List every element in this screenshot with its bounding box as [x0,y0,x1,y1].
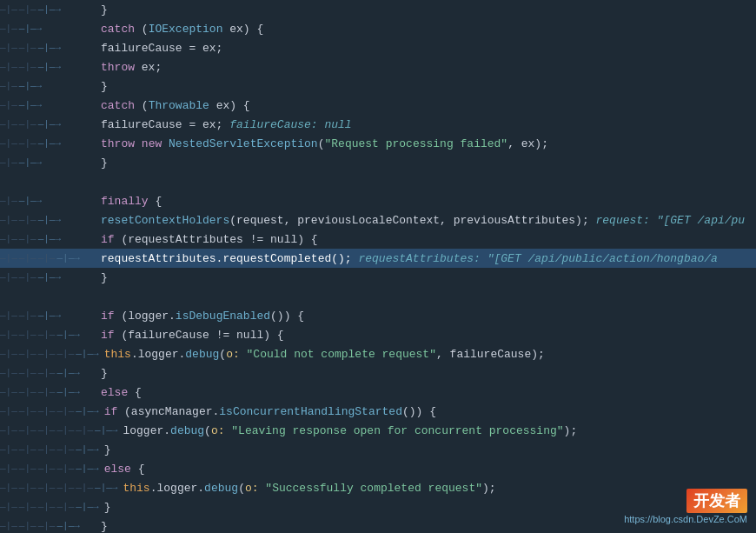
gutter-pipe: —|— [0,23,17,34]
token-kw: finally [101,195,149,208]
gutter-arrow: —|—→ [19,100,42,110]
gutter-pipe: —|— [0,119,17,130]
gutter-arrow: —|—→ [19,81,42,91]
token-var: ()) { [270,310,304,323]
gutter-arrow: —|—→ [38,272,61,283]
code-content: } [103,443,756,456]
gutter: —|——|——|——|——|—→ [0,444,103,455]
code-line: —|——|——|——|—→if (failureCause != null) { [0,325,756,344]
token-var [162,137,169,150]
token-comment-special: failureCause: null [222,118,351,131]
gutter-marks: —|——|—→ [0,81,96,91]
gutter: —|——|——|—→ [0,272,99,283]
gutter: —|——|——|—→ [0,62,99,72]
token-fn: debug [185,348,219,361]
token-str: "Request processing failed" [325,137,508,150]
gutter-pipe: —|— [19,330,36,340]
gutter: —|——|——|——|——|—→ [0,406,103,416]
code-line: —|——|——|—→} [0,0,756,19]
code-content: } [99,80,756,93]
code-line: —|——|——|——|—→else { [0,383,756,402]
gutter-pipe: —|— [0,43,17,53]
code-content: else { [103,463,756,476]
code-line: —|——|——|—→} [0,268,756,287]
code-container: —|——|——|—→}—|——|—→catch (IOException ex)… [0,0,756,533]
token-kw: catch [101,99,135,112]
gutter: —|——|—→ [0,196,99,206]
gutter-pipe: —|— [0,196,17,206]
code-line [0,172,756,191]
token-var: (failureCause != null) { [115,329,284,342]
gutter-pipe: —|— [19,483,36,493]
code-content: logger.debug(o: "Leaving response open f… [121,424,756,437]
gutter-pipe: —|— [19,272,36,283]
gutter-pipe: —|— [56,483,74,493]
gutter-arrow: —|—→ [38,43,61,53]
token-punct: (request, previousLocaleContext, previou… [229,214,588,227]
gutter-arrow: —|—→ [19,23,42,34]
watermark-bottom: https://blog.csdn.DevZe.CoM [624,514,747,524]
gutter: —|——|——|——|—→ [0,387,99,397]
token-kw: if [104,405,118,418]
code-content: failureCause = ex; failureCause: null [99,118,756,131]
watermark: 开发者 https://blog.csdn.DevZe.CoM [624,489,747,524]
gutter-pipe: —|— [38,463,56,474]
gutter-pipe: —|— [19,349,36,359]
code-content: this.logger.debug(o: "Could not complete… [103,348,756,361]
gutter: —|——|——|—→ [0,43,99,53]
gutter: —|——|——|——|—→ [0,253,99,263]
token-brace: } [104,443,111,456]
gutter: —|——|——|——|——|—→ [0,502,103,512]
gutter-pipe: —|— [0,444,17,455]
gutter-pipe: —|— [19,521,36,531]
gutter-pipe: —|— [38,330,56,340]
gutter-pipe: —|— [0,521,17,531]
gutter-pipe: —|— [38,425,56,436]
gutter-pipe: —|— [0,100,17,110]
gutter-arrow: —|—→ [38,119,61,130]
gutter-marks: —|——|——|——|——|——|—→ [0,483,117,493]
token-kw-orange: this [104,348,131,361]
gutter-arrow: —|—→ [95,483,117,493]
token-punct: ( [135,99,149,112]
token-punct: , ex); [507,137,548,150]
gutter-marks: —|——|——|——|——|—→ [0,463,99,474]
gutter-arrow: —|—→ [38,4,61,15]
token-var: { [149,195,162,208]
gutter-marks: —|——|——|—→ [0,138,96,149]
watermark-top: 开发者 [686,489,747,513]
code-content: } [99,367,756,380]
gutter-marks: —|——|——|——|—→ [0,253,96,263]
token-var: failureCause = ex; [101,118,222,131]
token-param-name: o: [211,424,225,437]
code-content: catch (IOException ex) { [99,23,756,36]
gutter-pipe: —|— [19,310,36,321]
gutter: —|——|—→ [0,157,99,168]
code-line: —|——|——|——|——|—→if (asyncManager.isConcu… [0,402,756,421]
token-var: ); [564,424,578,437]
token-str: "Successfully completed request" [259,482,482,495]
token-punct: ( [135,23,149,36]
gutter-pipe: —|— [0,234,17,244]
gutter: —|——|—→ [0,81,99,91]
gutter-arrow: —|—→ [76,502,98,512]
token-var: ()) { [402,405,436,418]
gutter: —|——|——|—→ [0,310,99,321]
token-var: logger. [123,424,170,437]
token-fn: NestedServletException [169,137,318,150]
code-content: } [99,3,756,17]
code-line: —|——|——|——|——|——|—→logger.debug(o: "Leav… [0,421,756,440]
gutter-pipe: —|— [19,406,36,416]
gutter-marks: —|——|——|—→ [0,43,96,53]
code-content: throw ex; [99,61,756,74]
gutter-marks: —|——|——|——|—→ [0,330,96,340]
gutter-pipe: —|— [76,425,93,436]
gutter-pipe: —|— [19,387,36,397]
gutter-marks: —|——|—→ [0,157,96,168]
gutter-pipe: —|— [56,349,74,359]
token-brace: } [101,520,108,533]
token-type: IOException [149,23,223,36]
code-line: —|——|—→} [0,77,756,96]
code-content: requestAttributes.requestCompleted(); re… [99,252,756,265]
gutter-pipe: —|— [0,387,17,397]
